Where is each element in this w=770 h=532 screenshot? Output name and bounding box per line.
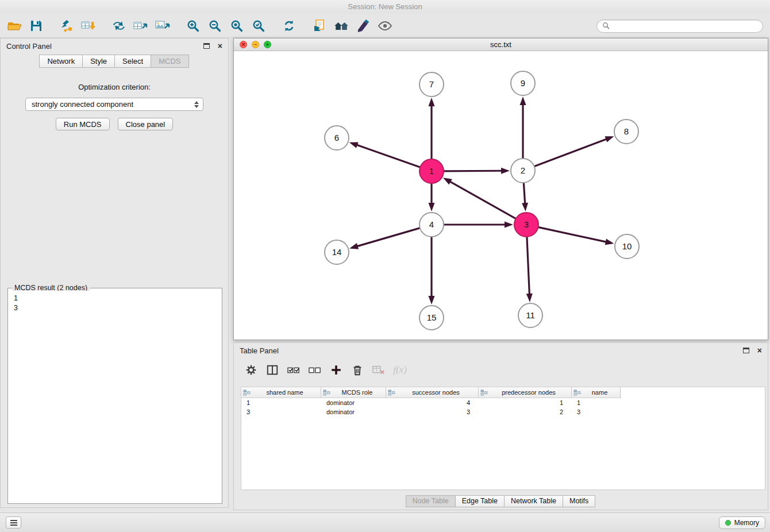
result-line: 3 (14, 303, 216, 313)
tab-network[interactable]: Network (39, 55, 83, 68)
column-header-shared-name[interactable]: shared name (241, 387, 321, 398)
graph-edge-3-11[interactable] (527, 237, 529, 294)
list-icon (10, 520, 17, 526)
tab-network-table[interactable]: Network Table (504, 495, 563, 507)
graph-edge-arrow-icon (605, 239, 614, 245)
graph-edge-1-2[interactable] (444, 171, 501, 171)
apply-style-button[interactable] (352, 16, 374, 36)
delete-columns-icon (351, 364, 364, 376)
graph-edge-2-8[interactable] (535, 139, 606, 166)
open-session-button[interactable] (3, 16, 25, 36)
column-header-predecessor-nodes[interactable]: predecessor nodes (479, 387, 572, 398)
mcds-result-list[interactable]: 13 (10, 291, 220, 502)
result-line: 1 (14, 294, 216, 303)
graph-edge-2-3[interactable] (523, 183, 525, 203)
float-panel-icon[interactable] (203, 43, 210, 49)
export-table-button[interactable] (130, 16, 152, 36)
panel-menu-button[interactable] (6, 516, 21, 529)
delete-columns-button[interactable] (351, 363, 364, 377)
graph-node-label: 14 (332, 247, 342, 257)
browse-columns-icon (266, 364, 279, 376)
table-row[interactable]: 3dominator323 (241, 407, 765, 417)
tab-style[interactable]: Style (82, 55, 115, 68)
toolbar-search[interactable] (596, 20, 763, 33)
column-header-successor-nodes[interactable]: successor nodes (386, 387, 479, 398)
graph-edge-arrow-icon (349, 142, 359, 148)
close-panel-icon[interactable]: × (218, 42, 222, 50)
save-session-button[interactable] (25, 16, 47, 36)
create-column-button[interactable] (329, 363, 343, 377)
graph-edge-arrow-icon (429, 98, 435, 106)
save-session-icon (29, 19, 43, 33)
window-close-button[interactable]: × (240, 41, 247, 48)
graph-node-label: 4 (429, 219, 434, 229)
zoom-out-button[interactable] (204, 16, 226, 36)
table-toolbar: f(x) (234, 358, 407, 382)
graph-edge-3-10[interactable] (538, 228, 605, 242)
close-table-panel-icon[interactable]: × (757, 346, 762, 354)
column-sort-icon (243, 390, 251, 396)
delete-table-button (372, 363, 386, 377)
graph-node-label: 2 (521, 165, 525, 175)
network-graph[interactable]: 7968124314101511 (234, 51, 768, 340)
export-image-button[interactable] (152, 16, 174, 36)
optimization-select[interactable]: strongly connected component (25, 98, 203, 111)
tab-node-table[interactable]: Node Table (406, 495, 456, 507)
graph-node-label: 6 (334, 133, 339, 142)
refresh-view-button[interactable] (278, 16, 300, 36)
column-header-name[interactable]: name (572, 387, 621, 398)
zoom-fit-button[interactable] (226, 16, 248, 36)
import-table-button[interactable] (78, 16, 99, 36)
window-zoom-button[interactable]: + (264, 41, 271, 48)
zoom-fit-icon (230, 19, 244, 33)
network-window-titlebar[interactable]: × − + scc.txt (234, 38, 768, 51)
home-view-button[interactable] (330, 16, 352, 36)
export-image-icon (155, 19, 171, 33)
close-panel-button[interactable]: Close panel (118, 118, 174, 130)
main-toolbar (0, 14, 770, 38)
select-all-columns-button[interactable] (287, 363, 301, 377)
combo-arrows-icon (194, 101, 199, 108)
float-table-panel-icon[interactable] (743, 348, 749, 353)
function-builder-icon: f(x) (393, 364, 407, 376)
mcds-buttons: Run MCDS Close panel (1, 118, 228, 130)
run-mcds-button[interactable]: Run MCDS (56, 118, 110, 130)
import-network-icon (59, 19, 74, 33)
unselect-all-columns-icon (308, 364, 322, 376)
import-network-button[interactable] (56, 16, 78, 36)
search-input[interactable] (613, 22, 757, 30)
home-view-icon (333, 19, 349, 33)
tab-motifs[interactable]: Motifs (563, 495, 595, 507)
cell-predecessor-nodes: 2 (479, 408, 572, 415)
table-panel-header: Table Panel × (234, 343, 768, 358)
window-minimize-button[interactable]: − (252, 41, 259, 48)
duplicate-network-button[interactable] (309, 16, 330, 36)
duplicate-network-icon (312, 19, 327, 33)
column-header-mcds-role[interactable]: MCDS role (321, 387, 386, 398)
graph-edge-3-1[interactable] (451, 182, 515, 219)
browse-columns-button[interactable] (265, 363, 279, 377)
optimization-label: Optimization criterion: (1, 83, 228, 91)
zoom-selected-icon (252, 19, 265, 33)
graph-edge-4-14[interactable] (357, 228, 419, 246)
column-gear-button[interactable] (244, 363, 258, 377)
zoom-in-button[interactable] (182, 16, 204, 36)
toggle-visibility-button[interactable] (374, 16, 396, 36)
graph-edge-arrow-icon (429, 296, 435, 304)
tab-mcds[interactable]: MCDS (151, 55, 188, 68)
window-title: Session: New Session (348, 2, 422, 11)
zoom-selected-button[interactable] (248, 16, 270, 36)
memory-button[interactable]: Memory (719, 516, 765, 529)
tab-select[interactable]: Select (114, 55, 151, 68)
shuffle-networks-button[interactable] (108, 16, 130, 36)
memory-label: Memory (734, 519, 759, 527)
column-sort-icon (573, 390, 581, 396)
unselect-all-columns-button[interactable] (308, 363, 322, 377)
graph-node-label: 9 (521, 78, 525, 88)
graph-edge-1-6[interactable] (357, 145, 419, 167)
table-row[interactable]: 1dominator411 (241, 398, 765, 407)
create-column-icon (330, 364, 342, 376)
tab-edge-table[interactable]: Edge Table (455, 495, 505, 507)
control-panel-header: Control Panel × (1, 38, 228, 53)
cell-mcds-role: dominator (321, 408, 386, 415)
